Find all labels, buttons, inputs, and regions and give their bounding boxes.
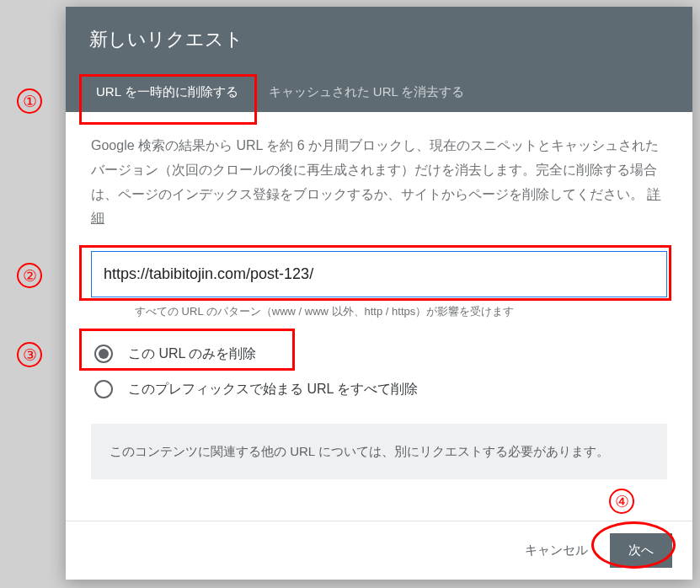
radio-button-icon (94, 345, 113, 363)
radio-button-icon (94, 380, 113, 398)
request-dialog: 新しいリクエスト URL を一時的に削除する キャッシュされた URL を消去す… (66, 7, 692, 580)
description: Google 検索の結果から URL を約 6 か月間ブロックし、現在のスニペッ… (91, 134, 667, 231)
tab-clear-cache[interactable]: キャッシュされた URL を消去する (254, 72, 480, 112)
annotation-1: ① (17, 88, 42, 114)
notice-box: このコンテンツに関連する他の URL については、別にリクエストする必要がありま… (91, 424, 667, 479)
annotation-4: ④ (609, 489, 634, 514)
radio-label: このプレフィックスで始まる URL をすべて削除 (128, 381, 418, 398)
radio-group: この URL のみを削除 このプレフィックスで始まる URL をすべて削除 (91, 336, 667, 407)
dialog-footer: キャンセル 次へ (66, 521, 692, 580)
tab-temp-remove[interactable]: URL を一時的に削除する (81, 72, 254, 112)
annotation-2: ② (17, 263, 42, 288)
radio-label: この URL のみを削除 (128, 345, 256, 363)
tabs: URL を一時的に削除する キャッシュされた URL を消去する (66, 72, 692, 112)
url-input-hint: すべての URL のパターン（www / www 以外、http / https… (91, 304, 667, 319)
description-text: Google 検索の結果から URL を約 6 か月間ブロックし、現在のスニペッ… (91, 138, 659, 201)
radio-only-this-url[interactable]: この URL のみを削除 (91, 336, 667, 372)
radio-prefix-urls[interactable]: このプレフィックスで始まる URL をすべて削除 (91, 372, 667, 407)
dialog-content: Google 検索の結果から URL を約 6 か月間ブロックし、現在のスニペッ… (66, 112, 692, 521)
dialog-header: 新しいリクエスト (66, 7, 692, 72)
annotation-3: ③ (17, 342, 42, 367)
dialog-title: 新しいリクエスト (89, 27, 669, 52)
cancel-button[interactable]: キャンセル (513, 534, 600, 567)
url-input[interactable] (91, 251, 667, 297)
next-button[interactable]: 次へ (610, 533, 672, 568)
